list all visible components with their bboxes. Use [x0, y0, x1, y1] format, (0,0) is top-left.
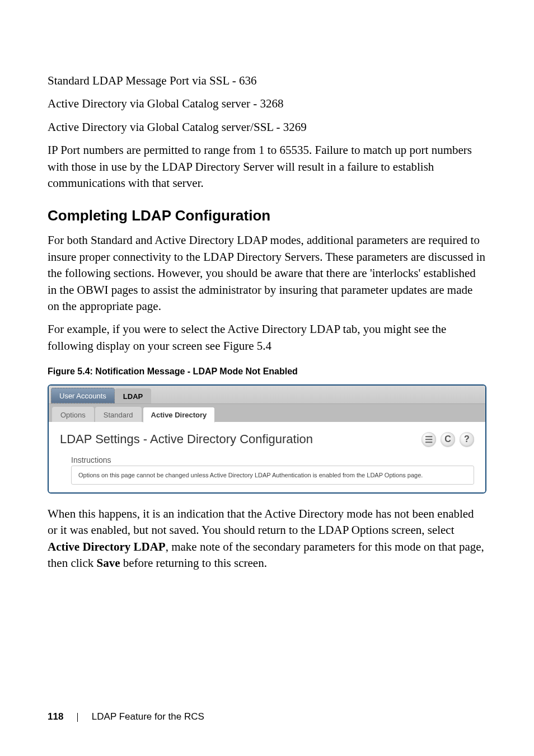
para-ssl-port: Standard LDAP Message Port via SSL - 636	[48, 73, 486, 89]
para-ip-port-note: IP Port numbers are permitted to range f…	[48, 142, 486, 191]
page-number: 118	[48, 711, 63, 722]
tab-user-accounts[interactable]: User Accounts	[51, 388, 115, 403]
para-explanation-part1: When this happens, it is an indication t…	[48, 507, 474, 537]
para-explanation: When this happens, it is an indication t…	[48, 506, 486, 572]
para-explanation-part3: before returning to this screen.	[120, 556, 266, 570]
refresh-icon[interactable]: C	[441, 432, 455, 447]
tab-active-directory[interactable]: Active Directory	[143, 407, 216, 422]
instructions-title: Instructions	[71, 456, 474, 464]
heading-completing-ldap: Completing LDAP Configuration	[48, 207, 486, 224]
para-ldap-modes: For both Standard and Active Directory L…	[48, 232, 486, 314]
instructions-body: Options on this page cannot be changed u…	[71, 466, 474, 485]
tab-options[interactable]: Options	[52, 407, 94, 422]
secondary-tab-row: Options Standard Active Directory	[49, 403, 485, 422]
tab-standard[interactable]: Standard	[95, 407, 142, 422]
chapter-title: LDAP Feature for the RCS	[92, 711, 204, 722]
ldap-settings-screenshot: User Accounts LDAP Options Standard Acti…	[48, 384, 486, 494]
panel-icons: ☰ C ?	[421, 432, 474, 447]
tab-ldap[interactable]: LDAP	[115, 388, 151, 403]
para-ad-gc-ssl-port: Active Directory via Global Catalog serv…	[48, 119, 486, 135]
printer-icon[interactable]: ☰	[421, 432, 436, 447]
panel-title: LDAP Settings - Active Directory Configu…	[60, 432, 313, 447]
instructions-box: Instructions Options on this page cannot…	[71, 456, 474, 485]
panel-header: LDAP Settings - Active Directory Configu…	[60, 432, 474, 447]
help-icon[interactable]: ?	[460, 432, 474, 447]
bold-active-directory-ldap: Active Directory LDAP	[48, 540, 166, 553]
footer-separator	[77, 713, 78, 722]
bold-save: Save	[96, 556, 120, 570]
figure-caption-5-4: Figure 5.4: Notification Message - LDAP …	[48, 367, 486, 377]
page-footer: 118 LDAP Feature for the RCS	[48, 711, 204, 722]
para-ad-gc-port: Active Directory via Global Catalog serv…	[48, 96, 486, 112]
para-example-intro: For example, if you were to select the A…	[48, 321, 486, 354]
primary-tab-row: User Accounts LDAP	[49, 386, 485, 403]
content-panel: LDAP Settings - Active Directory Configu…	[49, 422, 485, 492]
